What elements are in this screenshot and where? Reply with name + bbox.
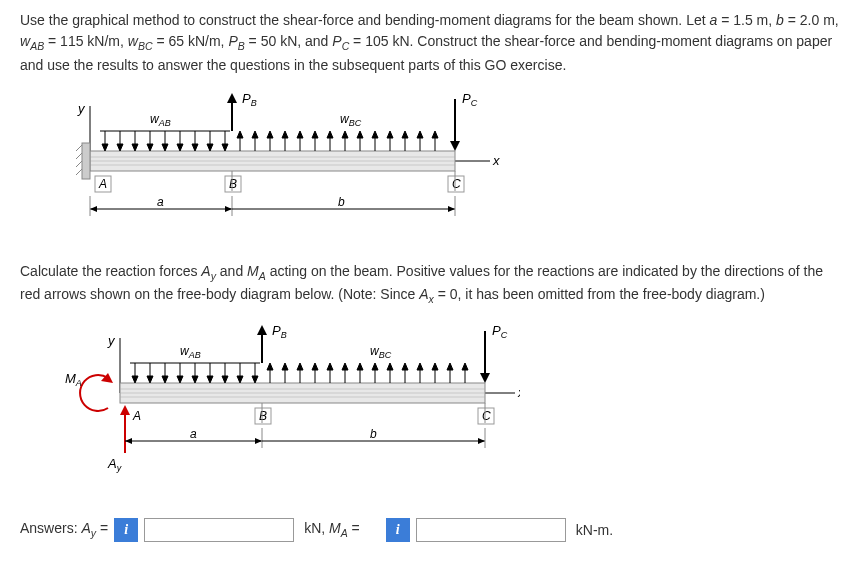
svg-marker-145	[478, 438, 485, 444]
ma-label: MA	[65, 371, 82, 388]
point-b-label: B	[229, 177, 237, 191]
svg-marker-116	[372, 363, 378, 370]
dim-b-label: b	[338, 195, 345, 209]
unit-kn: kN, MA =	[304, 520, 360, 539]
dim-a-label-2: a	[190, 427, 197, 441]
dim-a-label: a	[157, 195, 164, 209]
svg-marker-128	[462, 363, 468, 370]
svg-marker-46	[342, 131, 348, 138]
beam-diagram-1: y x wAB	[60, 91, 839, 241]
svg-marker-133	[101, 373, 113, 383]
svg-marker-132	[480, 373, 490, 383]
svg-marker-32	[237, 131, 243, 138]
svg-marker-48	[357, 131, 363, 138]
info-icon[interactable]: i	[386, 518, 410, 542]
svg-line-7	[76, 145, 82, 151]
point-a-label: A	[98, 177, 107, 191]
svg-marker-56	[417, 131, 423, 138]
pc-label: PC	[462, 91, 478, 108]
svg-marker-141	[125, 438, 132, 444]
svg-marker-86	[147, 376, 153, 383]
point-c-label: C	[452, 177, 461, 191]
svg-rect-6	[82, 143, 90, 179]
svg-marker-104	[282, 363, 288, 370]
ma-input[interactable]	[416, 518, 566, 542]
svg-marker-19	[147, 144, 153, 151]
svg-marker-98	[237, 376, 243, 383]
beam-diagram-2: y x wAB	[60, 323, 839, 498]
svg-marker-60	[227, 93, 237, 103]
svg-marker-112	[342, 363, 348, 370]
svg-marker-36	[267, 131, 273, 138]
svg-marker-58	[432, 131, 438, 138]
svg-marker-34	[252, 131, 258, 138]
svg-marker-135	[120, 405, 130, 415]
svg-marker-106	[297, 363, 303, 370]
svg-marker-130	[257, 325, 267, 335]
diagram-2-svg: y x wAB	[60, 323, 520, 498]
wab-label: wAB	[150, 112, 171, 128]
svg-marker-120	[402, 363, 408, 370]
svg-marker-38	[282, 131, 288, 138]
svg-line-10	[76, 169, 82, 175]
svg-marker-118	[387, 363, 393, 370]
y-axis-label-2: y	[107, 333, 116, 348]
svg-marker-84	[132, 376, 138, 383]
svg-marker-94	[207, 376, 213, 383]
answers-row: Answers: Ay = i kN, MA = i kN-m.	[20, 518, 839, 542]
x-axis-label-2: x	[517, 385, 520, 400]
svg-marker-25	[192, 144, 198, 151]
svg-marker-62	[450, 141, 460, 151]
svg-line-9	[76, 161, 82, 167]
svg-marker-96	[222, 376, 228, 383]
diagram-1-svg: y x wAB	[60, 91, 500, 241]
svg-marker-74	[448, 206, 455, 212]
svg-marker-40	[297, 131, 303, 138]
svg-marker-21	[162, 144, 168, 151]
point-b-label-2: B	[259, 409, 267, 423]
svg-marker-52	[387, 131, 393, 138]
pb-label-2: PB	[272, 323, 287, 340]
wbc-label-2: wBC	[370, 344, 392, 360]
svg-marker-92	[192, 376, 198, 383]
svg-marker-50	[372, 131, 378, 138]
unit-knm: kN-m.	[576, 522, 613, 538]
dim-b-label-2: b	[370, 427, 377, 441]
y-axis-label: y	[77, 101, 86, 116]
svg-marker-124	[432, 363, 438, 370]
point-a-label-2: A	[132, 409, 141, 423]
svg-marker-23	[177, 144, 183, 151]
svg-marker-142	[255, 438, 262, 444]
svg-marker-27	[207, 144, 213, 151]
svg-marker-70	[225, 206, 232, 212]
point-c-label-2: C	[482, 409, 491, 423]
svg-marker-88	[162, 376, 168, 383]
svg-marker-13	[102, 144, 108, 151]
svg-marker-102	[267, 363, 273, 370]
svg-marker-108	[312, 363, 318, 370]
svg-marker-110	[327, 363, 333, 370]
svg-marker-42	[312, 131, 318, 138]
ay-label: Ay	[107, 456, 122, 473]
svg-marker-114	[357, 363, 363, 370]
svg-marker-29	[222, 144, 228, 151]
ay-input[interactable]	[144, 518, 294, 542]
pb-label: PB	[242, 91, 257, 108]
svg-marker-69	[90, 206, 97, 212]
svg-line-8	[76, 153, 82, 159]
svg-marker-100	[252, 376, 258, 383]
svg-marker-44	[327, 131, 333, 138]
svg-marker-17	[132, 144, 138, 151]
instruction-text: Calculate the reaction forces Ay and MA …	[20, 261, 839, 308]
svg-marker-126	[447, 363, 453, 370]
pc-label-2: PC	[492, 323, 508, 340]
svg-marker-54	[402, 131, 408, 138]
answers-prefix: Answers: Ay =	[20, 520, 108, 539]
svg-marker-122	[417, 363, 423, 370]
wbc-label: wBC	[340, 112, 362, 128]
problem-statement: Use the graphical method to construct th…	[20, 10, 839, 76]
svg-marker-90	[177, 376, 183, 383]
wab-label-2: wAB	[180, 344, 201, 360]
svg-marker-15	[117, 144, 123, 151]
info-icon[interactable]: i	[114, 518, 138, 542]
